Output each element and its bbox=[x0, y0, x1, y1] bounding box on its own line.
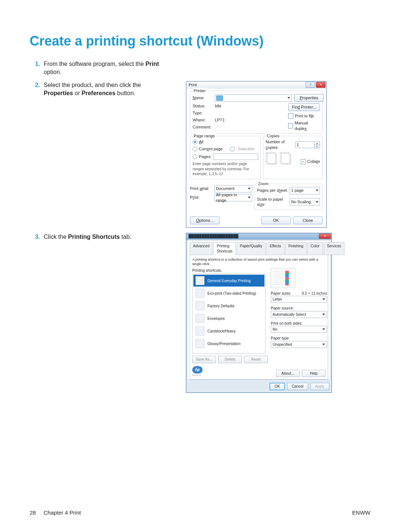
find-printer-button[interactable]: Find Printer... bbox=[288, 103, 320, 111]
value: Letter bbox=[273, 297, 282, 302]
range-pages-radio[interactable] bbox=[193, 154, 197, 159]
text-bold: Properties bbox=[44, 90, 73, 96]
range-selection-radio bbox=[230, 147, 235, 151]
group-legend: Printer bbox=[193, 88, 207, 94]
shortcut-item-glossy[interactable]: Glossy/Presentation bbox=[193, 338, 264, 349]
label: Print to file bbox=[295, 113, 314, 119]
tab-paper-quality[interactable]: Paper/Quality bbox=[237, 242, 266, 255]
printer-icon bbox=[216, 96, 223, 101]
label: Scale to paper size: bbox=[257, 197, 290, 208]
range-current-radio[interactable] bbox=[193, 147, 197, 151]
step-number: 3. bbox=[30, 233, 40, 241]
reset-button[interactable]: Reset bbox=[244, 356, 268, 363]
where-value: LPT1: bbox=[215, 117, 226, 123]
paper-size-select[interactable]: Letter bbox=[271, 296, 327, 303]
range-all-radio[interactable] bbox=[193, 140, 197, 144]
help-icon[interactable]: ? bbox=[306, 82, 315, 88]
properties-button[interactable]: Properties bbox=[294, 94, 324, 102]
label: Number of copies: bbox=[266, 139, 295, 150]
step-number: 2. bbox=[30, 81, 40, 89]
doc-icon bbox=[196, 276, 204, 285]
tab-services[interactable]: Services bbox=[324, 242, 344, 255]
close-icon[interactable]: ✕ bbox=[319, 234, 331, 239]
scale-select[interactable]: No Scaling bbox=[290, 198, 320, 205]
label: Paper sizes: bbox=[271, 291, 291, 296]
dialog-title: Print bbox=[189, 82, 197, 88]
collate-preview-icon bbox=[282, 154, 291, 164]
printer-name-select[interactable] bbox=[215, 94, 292, 102]
text: tab. bbox=[120, 234, 131, 240]
shortcut-item-cardstock[interactable]: Cardstock/Heavy bbox=[193, 325, 264, 337]
doc-icon bbox=[196, 301, 204, 310]
properties-dialog: ███████████████████ ✕ Advanced Printing … bbox=[186, 233, 332, 393]
copies-input[interactable] bbox=[295, 141, 314, 148]
page-title: Create a printing shortcut (Windows) bbox=[30, 33, 370, 49]
label: Current page bbox=[199, 146, 223, 152]
label: Manual duplex bbox=[294, 120, 320, 131]
step-text: From the software program, select the Pr… bbox=[44, 60, 170, 76]
hp-logo-sub: invent bbox=[192, 374, 203, 377]
spin-up-icon[interactable]: ▲ bbox=[314, 141, 320, 145]
value: Document bbox=[216, 186, 234, 191]
group-legend: Zoom bbox=[257, 181, 270, 187]
dialog-titlebar: ███████████████████ ✕ bbox=[186, 233, 331, 240]
close-button[interactable]: Close bbox=[293, 217, 323, 224]
photo-icon bbox=[196, 339, 204, 348]
label: Factory Defaults bbox=[207, 304, 234, 309]
text: Select the product, and then click the bbox=[44, 82, 141, 88]
label: Print what: bbox=[190, 186, 214, 191]
close-icon[interactable]: ✕ bbox=[316, 82, 326, 88]
print-range-select[interactable]: All pages in range bbox=[214, 194, 252, 201]
tab-advanced[interactable]: Advanced bbox=[190, 242, 213, 255]
print-what-select[interactable]: Document bbox=[214, 185, 252, 193]
tab-printing-shortcuts[interactable]: Printing Shortcuts bbox=[213, 242, 236, 255]
group-legend: Copies bbox=[266, 133, 280, 139]
ok-button[interactable]: OK bbox=[261, 217, 291, 224]
paper-source-select[interactable]: Automatically Select bbox=[271, 311, 327, 318]
shortcut-item-envelopes[interactable]: Envelopes bbox=[193, 312, 264, 324]
options-button[interactable]: Options... bbox=[190, 217, 220, 224]
footer-right: ENWW bbox=[352, 509, 370, 516]
tab-color[interactable]: Color bbox=[307, 242, 323, 255]
shortcut-item-general[interactable]: General Everyday Printing bbox=[193, 275, 264, 287]
manual-duplex-checkbox[interactable] bbox=[288, 123, 293, 128]
label: Pages per sheet: bbox=[257, 188, 288, 193]
step-text: Click the Printing Shortcuts tab. bbox=[44, 233, 170, 241]
print-dialog: Print ? ✕ Printer Name: bbox=[186, 81, 327, 228]
doc-icon bbox=[196, 327, 204, 335]
pages-per-sheet-select[interactable]: 1 page bbox=[290, 187, 320, 194]
step-text: Select the product, and then click the P… bbox=[44, 81, 170, 97]
label: All bbox=[199, 139, 203, 145]
print-to-file-checkbox[interactable] bbox=[288, 113, 293, 118]
pages-input[interactable] bbox=[213, 153, 258, 160]
spin-down-icon[interactable]: ▼ bbox=[314, 145, 320, 148]
status-value: Idle bbox=[215, 103, 221, 109]
cancel-button[interactable]: Cancel bbox=[287, 383, 308, 390]
text: option. bbox=[44, 69, 61, 75]
label: General Everyday Printing bbox=[207, 278, 251, 284]
value: Unspecified bbox=[273, 342, 292, 347]
value: Automatically Select bbox=[273, 312, 306, 317]
value: No bbox=[273, 327, 277, 332]
delete-button[interactable]: Delete bbox=[218, 356, 242, 363]
envelope-icon bbox=[196, 314, 204, 323]
ok-button[interactable]: OK bbox=[270, 383, 284, 390]
collate-checkbox[interactable]: ✓ bbox=[301, 159, 306, 164]
shortcut-item-factory[interactable]: Factory Defaults bbox=[193, 300, 264, 312]
about-button[interactable]: About... bbox=[276, 370, 300, 377]
help-button[interactable]: Help bbox=[302, 370, 326, 377]
label: Comment: bbox=[193, 124, 215, 130]
both-sides-select[interactable]: No bbox=[271, 326, 327, 333]
save-as-button[interactable]: Save As... bbox=[192, 356, 216, 363]
tab-effects[interactable]: Effects bbox=[266, 242, 284, 255]
shortcut-item-eco[interactable]: Eco-print (Two-sided Printing) bbox=[193, 287, 264, 299]
label: Envelopes bbox=[207, 316, 225, 321]
text-bold: Printing Shortcuts bbox=[68, 234, 120, 240]
paper-type-select[interactable]: Unspecified bbox=[271, 341, 327, 348]
tab-finishing[interactable]: Finishing bbox=[285, 242, 307, 255]
text-bold: Preferences bbox=[81, 90, 116, 96]
dialog-titlebar: Print ? ✕ bbox=[186, 81, 326, 88]
value: 1 page bbox=[291, 188, 304, 193]
shortcut-listbox[interactable]: General Everyday Printing Eco-print (Two… bbox=[192, 274, 266, 354]
text: button. bbox=[116, 90, 135, 96]
